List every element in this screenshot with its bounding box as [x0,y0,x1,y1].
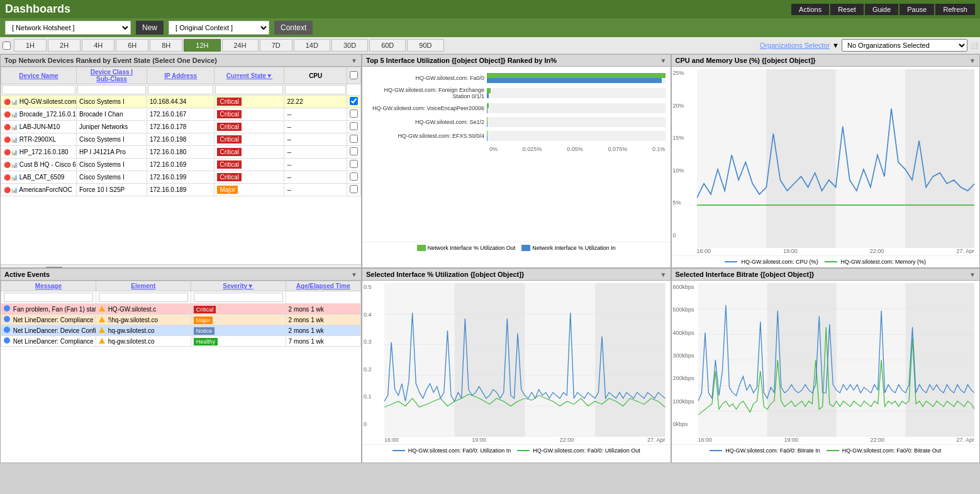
iface-util-panel: Top 5 Interface Utilization {[object Obj… [362,54,671,268]
table-row [347,184,360,196]
cpu-mem-collapse[interactable]: ▼ [969,57,976,64]
filter-name[interactable] [2,85,75,94]
table-row: Cisco Systems I [77,133,147,146]
row-checkbox[interactable] [350,135,358,143]
row-checkbox[interactable] [350,147,358,155]
table-row: HP I J4121A Pro [77,146,147,159]
time-btn-7d[interactable]: 7D [260,39,292,52]
event-row-2[interactable]: Net LineDancer: Device Configuration Cha… [1,325,361,336]
time-btn-14d[interactable]: 14D [294,39,330,52]
time-btn-60d[interactable]: 60D [369,39,406,52]
table-row[interactable]: 🔴📊 Brocade_172.16.0.1 [1,108,77,121]
row-checkbox[interactable] [350,122,358,130]
time-btn-2h[interactable]: 2H [48,39,81,52]
time-btn-6h[interactable]: 6H [116,39,148,52]
table-row[interactable]: 🔴📊 HQ-GW.silotest.com [1,96,77,108]
table-row: Brocade I Chan [77,108,147,121]
filter-check-cell [347,84,360,96]
ev-icon-3 [4,337,10,344]
table-row: -- [284,108,347,121]
refresh-button[interactable]: Refresh [935,4,975,15]
table-row: 172.16.0.167 [147,108,214,121]
reset-button[interactable]: Reset [830,4,864,15]
org-select[interactable]: No Organizations Selected [842,39,967,52]
table-row[interactable]: 🔴📊 HP_172.16.0.180 [1,146,77,159]
filter-ip[interactable] [148,85,213,94]
time-checkbox[interactable] [3,42,11,50]
table-row: -- [284,159,347,171]
col-device-name-link[interactable]: Device Name [19,72,58,79]
cpu-chart-area: 25% 20% 15% 10% 5% 0 [672,67,980,248]
time-btn-24h[interactable]: 24H [222,39,259,52]
cpu-mem-header: CPU and Memory Use (%) {[object Object]}… [672,55,980,67]
events-filter-row [1,291,361,304]
col-ip-link[interactable]: IP Address [164,72,197,79]
context-button[interactable]: Context [274,21,313,35]
ev-filter-element[interactable] [99,293,188,302]
dashboard-select[interactable]: [ Network Hotsheet ] [5,21,131,35]
time-btn-30d[interactable]: 30D [331,39,368,52]
table-row[interactable]: 🔴📊 Cust B HQ - Cisco 6 [1,159,77,171]
legend-color-1 [521,245,530,251]
pause-button[interactable]: Pause [899,4,934,15]
row-checkbox[interactable] [350,160,358,168]
row-checkbox[interactable] [350,109,358,118]
bitrate-collapse[interactable]: ▼ [969,271,976,278]
cpu-legend-0: HQ-GW.silotest.com: CPU (%) [725,259,818,265]
ev-age-3: 7 mons 1 wk [286,336,360,347]
event-row-1[interactable]: Net LineDancer: Compliance Violation: Ru… [1,315,361,325]
status-badge: Critical [217,123,242,131]
table-row [347,121,360,133]
col-state-link[interactable]: Current State▼ [226,72,272,79]
br-y-100: 100kbps [673,398,694,405]
context-select[interactable]: [ Original Context ] [169,21,269,35]
sel-iface-collapse[interactable]: ▼ [660,271,667,278]
time-btn-90d[interactable]: 90D [407,39,443,52]
ev-col-element-link[interactable]: Element [131,283,155,289]
ev-filter-message[interactable] [4,293,93,302]
filter-cpu[interactable] [285,85,346,94]
event-row-3[interactable]: Net LineDancer: Compliance Violation is … [1,336,361,347]
legend-item-1: Network Interface % Utilization In [521,245,616,251]
header-buttons: Actions Reset Guide Pause Refresh [791,4,975,15]
bitrate-panel: Selected Interface Bitrate {[object Obje… [671,268,981,463]
ev-col-severity-link[interactable]: Severity▼ [223,283,253,289]
table-row: 22.22 [284,96,347,108]
table-row[interactable]: 🔴📊 AmericanForcNOC [1,184,77,196]
top-devices-collapse[interactable]: ▼ [351,57,357,64]
filter-state[interactable] [215,85,283,94]
guide-button[interactable]: Guide [865,4,898,15]
col-device-class-link[interactable]: Device Class ISub-Class [91,69,133,82]
org-selector-link[interactable]: Organizations Selector [760,42,830,49]
table-row [347,108,360,121]
actions-button[interactable]: Actions [791,4,829,15]
ev-col-age-link[interactable]: Age/Elapsed Time [296,283,350,289]
expand-icon[interactable]: ⬜ [970,42,977,49]
row-checkbox[interactable] [350,185,358,193]
org-selector-arrow[interactable]: ▼ [832,42,839,49]
active-events-collapse[interactable]: ▼ [351,271,357,278]
cpu-mem-panel: CPU and Memory Use (%) {[object Object]}… [671,54,981,268]
event-row-0[interactable]: Fan problem, Fan (Fan 1) state: shutdown… [1,304,361,315]
ev-filter-severity[interactable] [194,293,283,302]
time-btn-4h[interactable]: 4H [82,39,114,52]
new-button[interactable]: New [136,21,164,35]
time-btn-1h[interactable]: 1H [14,39,47,52]
select-all-checkbox[interactable] [350,71,358,79]
table-row[interactable]: 🔴📊 LAB-JUN-M10 [1,121,77,133]
filter-state-cell [214,84,284,96]
table-row: Critical [214,121,284,133]
table-row[interactable]: 🔴📊 RTR-2900XL [1,133,77,146]
ev-filter-el [96,291,191,304]
filter-class[interactable] [77,85,146,94]
ev-el-3: hq-gw.silotest.co [96,336,191,347]
time-btn-12h[interactable]: 12H [184,39,220,52]
table-row[interactable]: 🔴📊 LAB_CAT_6509 [1,171,77,184]
row-checkbox[interactable] [350,97,358,105]
ev-warn-3 [99,338,105,344]
iface-util-collapse[interactable]: ▼ [660,57,667,64]
row-checkbox[interactable] [350,172,358,181]
time-btn-8h[interactable]: 8H [150,39,182,52]
ev-col-message-link[interactable]: Message [35,283,62,289]
svg-rect-10 [455,283,525,437]
